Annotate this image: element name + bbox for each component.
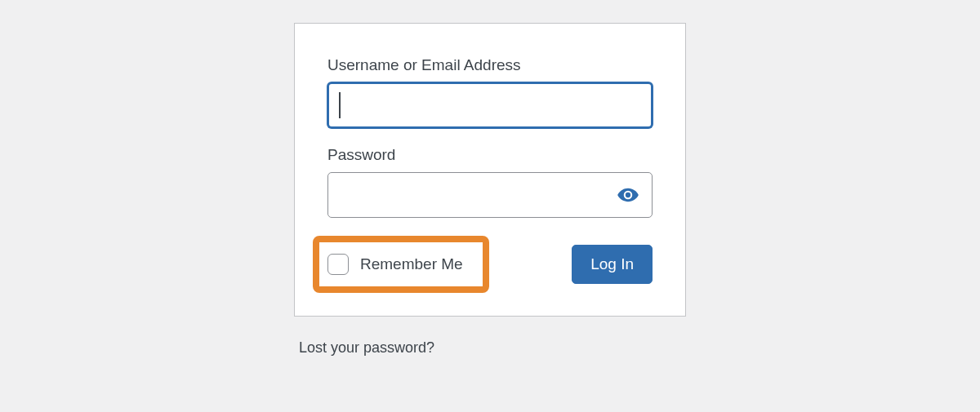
remember-me-highlight: Remember Me [313, 236, 489, 293]
password-label: Password [327, 146, 653, 164]
remember-me-checkbox[interactable] [327, 254, 349, 275]
password-group: Password [327, 146, 653, 218]
username-input-wrap [327, 82, 653, 128]
eye-icon [617, 184, 639, 206]
username-group: Username or Email Address [327, 56, 653, 128]
text-cursor [339, 92, 341, 118]
remember-me-label: Remember Me [360, 255, 463, 273]
username-label: Username or Email Address [327, 56, 653, 74]
lost-password-link[interactable]: Lost your password? [299, 339, 434, 356]
password-input[interactable] [327, 172, 653, 218]
lost-password-row: Lost your password? [294, 339, 686, 357]
login-form: Username or Email Address Password Remem… [294, 23, 686, 317]
login-button[interactable]: Log In [572, 245, 653, 284]
form-bottom-row: Remember Me Log In [327, 236, 653, 293]
password-input-wrap [327, 172, 653, 218]
username-input[interactable] [327, 82, 653, 128]
show-password-button[interactable] [612, 179, 644, 211]
